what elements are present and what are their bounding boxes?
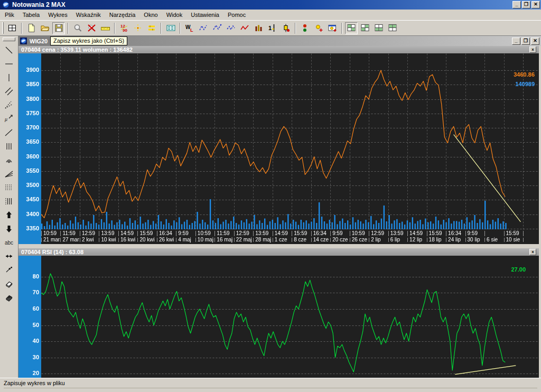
- add-window-button[interactable]: [326, 22, 339, 34]
- chart-close-button[interactable]: ✕: [531, 38, 539, 45]
- menu-item-okno[interactable]: Okno: [139, 10, 162, 20]
- save-button[interactable]: [52, 22, 65, 34]
- rsi-pane-header: 070404 RSI (14) : 63.08 x: [18, 248, 539, 256]
- toolbar-separator: [341, 23, 342, 34]
- levels-button[interactable]: [145, 22, 158, 34]
- minimize-button[interactable]: _: [512, 1, 521, 8]
- tool-eraser-button[interactable]: [2, 277, 16, 291]
- svg-text:L: L: [190, 27, 193, 33]
- app-window: Notowania 2 MAX _ ❐ ✕ PlikTabelaWykresWs…: [0, 0, 541, 392]
- app-icon: [2, 1, 10, 8]
- toolbar-separator: [21, 23, 22, 34]
- svg-text:90: 90: [123, 28, 127, 33]
- traffic-button[interactable]: [299, 22, 311, 34]
- close-button[interactable]: ✕: [531, 1, 540, 8]
- zigzag-2-button[interactable]: [211, 22, 223, 34]
- tool-horizontal-line-button[interactable]: [2, 57, 16, 71]
- menu-item-ustawienia[interactable]: Ustawienia: [186, 10, 223, 20]
- price-pane: 070404 cena : 3539.11 wolumen : 136482 x: [18, 46, 539, 244]
- chart-mdi-area: WIG20 _ ❐ ✕ 070404 cena : 3539.11 wolume…: [18, 36, 541, 378]
- candles-button[interactable]: 1: [266, 22, 278, 34]
- toolbar-separator: [180, 23, 181, 34]
- tool-fib-vertical-button[interactable]: [2, 194, 16, 208]
- chart-restore-button[interactable]: ❐: [521, 38, 530, 45]
- rsi-chart[interactable]: [18, 256, 539, 378]
- zigzag-red-button[interactable]: [238, 22, 251, 34]
- table-button[interactable]: [164, 22, 177, 34]
- zigzag-1-button[interactable]: [197, 22, 210, 34]
- tool-fan-lines-button[interactable]: [2, 167, 16, 181]
- chart-window-icon: [20, 38, 27, 44]
- drawing-toolbar: μabc: [0, 36, 18, 378]
- svg-text:abc: abc: [5, 240, 13, 246]
- ruler-button[interactable]: [99, 22, 111, 34]
- rsi-pane-close-icon[interactable]: x: [529, 249, 536, 255]
- menu-item-narzedzia[interactable]: Narzędzia: [105, 10, 140, 20]
- tool-text-button[interactable]: abc: [2, 236, 16, 249]
- price-pane-header: 070404 cena : 3539.11 wolumen : 136482 x: [18, 46, 539, 53]
- tool-eraser-all-button[interactable]: [2, 291, 16, 304]
- svg-text:μ: μ: [4, 116, 7, 122]
- menu-item-widok[interactable]: Widok: [162, 10, 187, 20]
- open-folder-button[interactable]: [39, 22, 51, 34]
- layout-4-button[interactable]: [386, 22, 399, 34]
- tool-pointer-button[interactable]: [2, 263, 16, 277]
- main-toolbar: 1290WL1: [0, 20, 541, 36]
- app-title: Notowania 2 MAX: [12, 1, 511, 8]
- window-grid-button[interactable]: [6, 22, 18, 34]
- toolbar-separator: [68, 23, 69, 34]
- toolbar-separator: [161, 23, 162, 34]
- layout-2-button[interactable]: [359, 22, 371, 34]
- crosshair-button[interactable]: [132, 22, 144, 34]
- tool-vertical-lines-button[interactable]: [2, 139, 16, 153]
- tool-parallel-lines-button[interactable]: [2, 85, 16, 98]
- menu-item-tabela[interactable]: Tabela: [18, 10, 44, 20]
- tool-arrow-down-button[interactable]: [2, 222, 16, 236]
- new-doc-button[interactable]: [25, 22, 38, 34]
- status-divider: [4, 388, 537, 388]
- tool-pitchfork-button[interactable]: μ: [2, 112, 16, 126]
- tool-trend-up-button[interactable]: [2, 126, 16, 139]
- layout-1-button[interactable]: [345, 22, 358, 34]
- tool-trend-down-button[interactable]: [2, 43, 16, 57]
- tool-fib-arcs-button[interactable]: [2, 153, 16, 167]
- tool-fib-horizontal-button[interactable]: [2, 181, 16, 194]
- rsi-pane-header-text: 070404 RSI (14) : 63.08: [21, 249, 83, 255]
- wl-button[interactable]: WL: [183, 22, 196, 34]
- toolbar-separator: [114, 23, 115, 34]
- status-bar: Zapisuje wykres w pliku: [0, 378, 541, 392]
- zoom-off-button[interactable]: [85, 22, 98, 34]
- menu-item-wykres[interactable]: Wykres: [44, 10, 72, 20]
- scale-1290-button[interactable]: 1290: [118, 22, 130, 34]
- chart-minimize-button[interactable]: _: [512, 38, 520, 45]
- tool-ray-dashed-button[interactable]: [2, 98, 16, 112]
- add-point-button[interactable]: [312, 22, 325, 34]
- price-pane-header-text: 070404 cena : 3539.11 wolumen : 136482: [21, 46, 133, 53]
- status-text: Zapisuje wykres w pliku: [4, 380, 65, 386]
- menu-bar: PlikTabelaWykresWskaźnikNarzędziaOknoWid…: [0, 10, 541, 20]
- tool-arrow-horizontal-button[interactable]: [2, 249, 16, 263]
- menu-item-pomoc[interactable]: Pomoc: [223, 10, 250, 20]
- price-chart[interactable]: [18, 53, 539, 244]
- toolbar-grip[interactable]: [2, 22, 4, 34]
- rsi-pane: 070404 RSI (14) : 63.08 x: [18, 248, 539, 378]
- bars-button[interactable]: [252, 22, 265, 34]
- tool-arrow-up-button[interactable]: [2, 208, 16, 222]
- zigzag-3-button[interactable]: [225, 22, 237, 34]
- pane-splitter[interactable]: [18, 244, 539, 248]
- menu-item-wskaznik[interactable]: Wskaźnik: [72, 10, 105, 20]
- save-tooltip: Zapisz wykres jako (Ctrl+S): [50, 36, 127, 45]
- restore-button[interactable]: ❐: [522, 1, 530, 8]
- app-titlebar[interactable]: Notowania 2 MAX _ ❐ ✕: [0, 0, 541, 10]
- layout-3-button[interactable]: [372, 22, 385, 34]
- svg-text:1: 1: [268, 25, 272, 31]
- price-pane-close-icon[interactable]: x: [529, 46, 536, 53]
- toolbar-separator: [295, 23, 296, 34]
- zoom-button[interactable]: [71, 22, 84, 34]
- menu-item-plik[interactable]: Plik: [1, 10, 18, 20]
- candle-yellow-button[interactable]: [279, 22, 292, 34]
- tool-vertical-line-button[interactable]: [2, 71, 16, 85]
- toolstrip-handle[interactable]: [3, 38, 15, 41]
